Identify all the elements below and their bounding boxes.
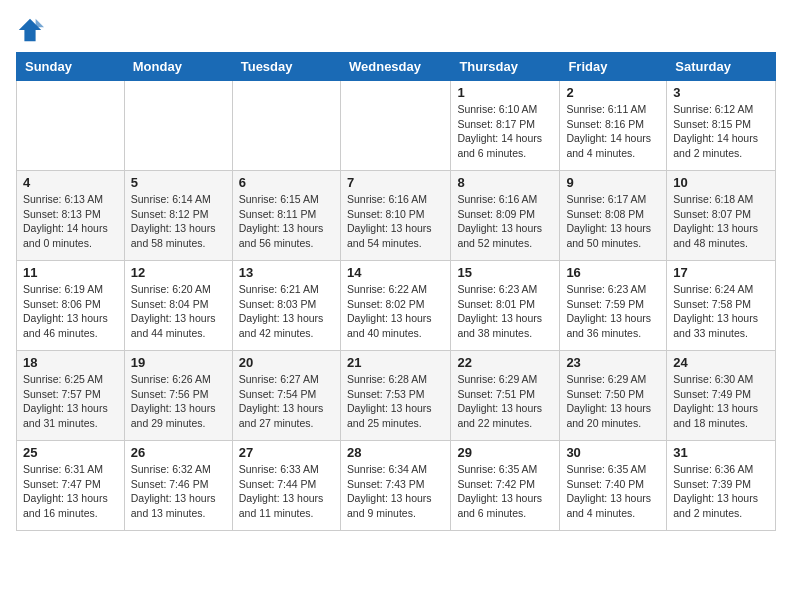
calendar-header: SundayMondayTuesdayWednesdayThursdayFrid…: [17, 53, 776, 81]
day-number: 31: [673, 445, 769, 460]
calendar-cell: 15Sunrise: 6:23 AM Sunset: 8:01 PM Dayli…: [451, 261, 560, 351]
day-info: Sunrise: 6:29 AM Sunset: 7:50 PM Dayligh…: [566, 372, 660, 431]
calendar-cell: 5Sunrise: 6:14 AM Sunset: 8:12 PM Daylig…: [124, 171, 232, 261]
day-number: 18: [23, 355, 118, 370]
day-info: Sunrise: 6:22 AM Sunset: 8:02 PM Dayligh…: [347, 282, 444, 341]
day-number: 8: [457, 175, 553, 190]
day-info: Sunrise: 6:35 AM Sunset: 7:42 PM Dayligh…: [457, 462, 553, 521]
day-number: 5: [131, 175, 226, 190]
svg-marker-1: [36, 19, 44, 27]
day-number: 22: [457, 355, 553, 370]
calendar-cell: [124, 81, 232, 171]
calendar-cell: 4Sunrise: 6:13 AM Sunset: 8:13 PM Daylig…: [17, 171, 125, 261]
calendar-cell: 3Sunrise: 6:12 AM Sunset: 8:15 PM Daylig…: [667, 81, 776, 171]
calendar-cell: 22Sunrise: 6:29 AM Sunset: 7:51 PM Dayli…: [451, 351, 560, 441]
day-number: 23: [566, 355, 660, 370]
weekday-header-tuesday: Tuesday: [232, 53, 340, 81]
page-header: [16, 16, 776, 44]
weekday-header-thursday: Thursday: [451, 53, 560, 81]
calendar-cell: 1Sunrise: 6:10 AM Sunset: 8:17 PM Daylig…: [451, 81, 560, 171]
day-number: 26: [131, 445, 226, 460]
calendar-cell: 13Sunrise: 6:21 AM Sunset: 8:03 PM Dayli…: [232, 261, 340, 351]
day-number: 11: [23, 265, 118, 280]
day-info: Sunrise: 6:13 AM Sunset: 8:13 PM Dayligh…: [23, 192, 118, 251]
day-number: 25: [23, 445, 118, 460]
calendar-cell: 19Sunrise: 6:26 AM Sunset: 7:56 PM Dayli…: [124, 351, 232, 441]
calendar-cell: 7Sunrise: 6:16 AM Sunset: 8:10 PM Daylig…: [340, 171, 450, 261]
day-number: 16: [566, 265, 660, 280]
day-info: Sunrise: 6:29 AM Sunset: 7:51 PM Dayligh…: [457, 372, 553, 431]
calendar-cell: 31Sunrise: 6:36 AM Sunset: 7:39 PM Dayli…: [667, 441, 776, 531]
day-info: Sunrise: 6:26 AM Sunset: 7:56 PM Dayligh…: [131, 372, 226, 431]
calendar-cell: 8Sunrise: 6:16 AM Sunset: 8:09 PM Daylig…: [451, 171, 560, 261]
day-number: 12: [131, 265, 226, 280]
calendar-cell: [232, 81, 340, 171]
day-info: Sunrise: 6:18 AM Sunset: 8:07 PM Dayligh…: [673, 192, 769, 251]
day-number: 27: [239, 445, 334, 460]
logo-icon: [16, 16, 44, 44]
weekday-header-wednesday: Wednesday: [340, 53, 450, 81]
day-info: Sunrise: 6:16 AM Sunset: 8:09 PM Dayligh…: [457, 192, 553, 251]
day-number: 24: [673, 355, 769, 370]
day-info: Sunrise: 6:25 AM Sunset: 7:57 PM Dayligh…: [23, 372, 118, 431]
calendar-cell: 9Sunrise: 6:17 AM Sunset: 8:08 PM Daylig…: [560, 171, 667, 261]
calendar-cell: [17, 81, 125, 171]
calendar-cell: 24Sunrise: 6:30 AM Sunset: 7:49 PM Dayli…: [667, 351, 776, 441]
day-number: 17: [673, 265, 769, 280]
day-info: Sunrise: 6:27 AM Sunset: 7:54 PM Dayligh…: [239, 372, 334, 431]
day-number: 15: [457, 265, 553, 280]
day-number: 30: [566, 445, 660, 460]
day-number: 28: [347, 445, 444, 460]
day-info: Sunrise: 6:20 AM Sunset: 8:04 PM Dayligh…: [131, 282, 226, 341]
calendar-cell: 14Sunrise: 6:22 AM Sunset: 8:02 PM Dayli…: [340, 261, 450, 351]
day-number: 3: [673, 85, 769, 100]
calendar-cell: 18Sunrise: 6:25 AM Sunset: 7:57 PM Dayli…: [17, 351, 125, 441]
weekday-header-friday: Friday: [560, 53, 667, 81]
day-info: Sunrise: 6:12 AM Sunset: 8:15 PM Dayligh…: [673, 102, 769, 161]
day-info: Sunrise: 6:19 AM Sunset: 8:06 PM Dayligh…: [23, 282, 118, 341]
calendar-cell: 17Sunrise: 6:24 AM Sunset: 7:58 PM Dayli…: [667, 261, 776, 351]
day-number: 2: [566, 85, 660, 100]
day-number: 6: [239, 175, 334, 190]
day-info: Sunrise: 6:23 AM Sunset: 7:59 PM Dayligh…: [566, 282, 660, 341]
day-number: 13: [239, 265, 334, 280]
day-number: 4: [23, 175, 118, 190]
day-info: Sunrise: 6:34 AM Sunset: 7:43 PM Dayligh…: [347, 462, 444, 521]
day-number: 10: [673, 175, 769, 190]
week-row-5: 25Sunrise: 6:31 AM Sunset: 7:47 PM Dayli…: [17, 441, 776, 531]
day-info: Sunrise: 6:16 AM Sunset: 8:10 PM Dayligh…: [347, 192, 444, 251]
day-info: Sunrise: 6:36 AM Sunset: 7:39 PM Dayligh…: [673, 462, 769, 521]
calendar-cell: 23Sunrise: 6:29 AM Sunset: 7:50 PM Dayli…: [560, 351, 667, 441]
weekday-header-monday: Monday: [124, 53, 232, 81]
calendar-cell: 2Sunrise: 6:11 AM Sunset: 8:16 PM Daylig…: [560, 81, 667, 171]
day-info: Sunrise: 6:10 AM Sunset: 8:17 PM Dayligh…: [457, 102, 553, 161]
day-info: Sunrise: 6:31 AM Sunset: 7:47 PM Dayligh…: [23, 462, 118, 521]
calendar-cell: 16Sunrise: 6:23 AM Sunset: 7:59 PM Dayli…: [560, 261, 667, 351]
week-row-2: 4Sunrise: 6:13 AM Sunset: 8:13 PM Daylig…: [17, 171, 776, 261]
calendar-body: 1Sunrise: 6:10 AM Sunset: 8:17 PM Daylig…: [17, 81, 776, 531]
calendar-cell: 27Sunrise: 6:33 AM Sunset: 7:44 PM Dayli…: [232, 441, 340, 531]
calendar-cell: 6Sunrise: 6:15 AM Sunset: 8:11 PM Daylig…: [232, 171, 340, 261]
day-info: Sunrise: 6:28 AM Sunset: 7:53 PM Dayligh…: [347, 372, 444, 431]
day-number: 7: [347, 175, 444, 190]
calendar-cell: 11Sunrise: 6:19 AM Sunset: 8:06 PM Dayli…: [17, 261, 125, 351]
weekday-header-row: SundayMondayTuesdayWednesdayThursdayFrid…: [17, 53, 776, 81]
day-info: Sunrise: 6:15 AM Sunset: 8:11 PM Dayligh…: [239, 192, 334, 251]
week-row-1: 1Sunrise: 6:10 AM Sunset: 8:17 PM Daylig…: [17, 81, 776, 171]
week-row-4: 18Sunrise: 6:25 AM Sunset: 7:57 PM Dayli…: [17, 351, 776, 441]
calendar-cell: [340, 81, 450, 171]
logo: [16, 16, 48, 44]
calendar-cell: 12Sunrise: 6:20 AM Sunset: 8:04 PM Dayli…: [124, 261, 232, 351]
day-number: 29: [457, 445, 553, 460]
calendar-cell: 29Sunrise: 6:35 AM Sunset: 7:42 PM Dayli…: [451, 441, 560, 531]
day-number: 19: [131, 355, 226, 370]
week-row-3: 11Sunrise: 6:19 AM Sunset: 8:06 PM Dayli…: [17, 261, 776, 351]
calendar-cell: 20Sunrise: 6:27 AM Sunset: 7:54 PM Dayli…: [232, 351, 340, 441]
day-number: 14: [347, 265, 444, 280]
day-info: Sunrise: 6:17 AM Sunset: 8:08 PM Dayligh…: [566, 192, 660, 251]
calendar-cell: 26Sunrise: 6:32 AM Sunset: 7:46 PM Dayli…: [124, 441, 232, 531]
day-info: Sunrise: 6:35 AM Sunset: 7:40 PM Dayligh…: [566, 462, 660, 521]
calendar-cell: 28Sunrise: 6:34 AM Sunset: 7:43 PM Dayli…: [340, 441, 450, 531]
day-info: Sunrise: 6:23 AM Sunset: 8:01 PM Dayligh…: [457, 282, 553, 341]
calendar-cell: 21Sunrise: 6:28 AM Sunset: 7:53 PM Dayli…: [340, 351, 450, 441]
